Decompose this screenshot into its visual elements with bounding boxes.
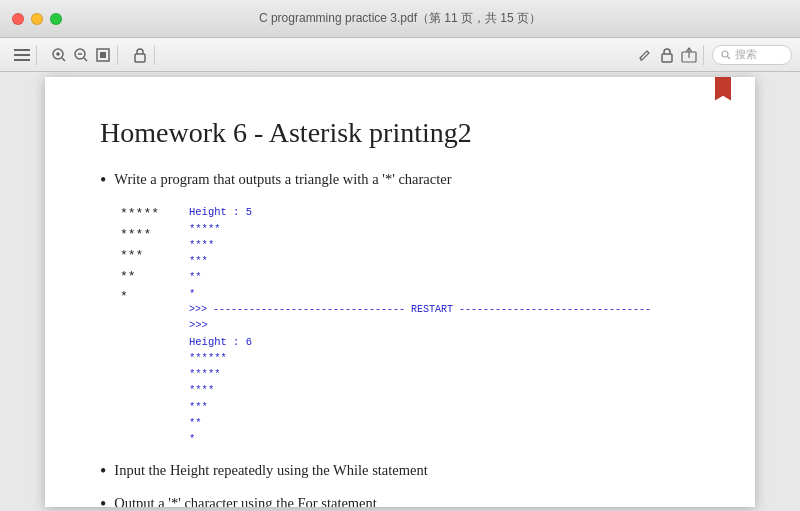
toolbar-right-group	[631, 45, 704, 65]
bullet-2-text: Input the Height repeatedly using the Wh…	[114, 462, 427, 479]
search-icon	[721, 50, 731, 60]
minimize-button[interactable]	[31, 13, 43, 25]
terminal-output: Height : 5 ***** **** *** ** * >>> -----…	[189, 204, 651, 447]
terminal-line-1: Height : 5	[189, 204, 651, 220]
terminal-stars-6: ******	[189, 350, 651, 366]
bookmark-icon	[715, 77, 731, 101]
zoom-out-icon[interactable]	[71, 45, 91, 65]
svg-line-6	[62, 58, 65, 61]
bullet-dot-1: •	[100, 171, 106, 191]
sidebar-toggle-icon[interactable]	[12, 45, 32, 65]
pdf-viewer: Homework 6 - Asterisk printing2 • Write …	[0, 72, 800, 511]
asterisk-line-3: ***	[120, 246, 159, 267]
terminal-height2: Height : 6	[189, 334, 651, 350]
terminal-stars-1: *	[189, 431, 651, 447]
actual-size-icon[interactable]	[93, 45, 113, 65]
terminal-prompt: >>>	[189, 317, 651, 333]
window-title: C programming practice 3.pdf（第 11 页，共 15…	[259, 10, 541, 27]
terminal-line-4: ***	[189, 253, 651, 269]
maximize-button[interactable]	[50, 13, 62, 25]
toolbar: 搜索	[0, 38, 800, 72]
page-title: Homework 6 - Asterisk printing2	[100, 117, 700, 149]
asterisk-line-4: **	[120, 267, 159, 288]
asterisk-output: ***** **** *** ** *	[120, 204, 159, 308]
code-section: ***** **** *** ** * Height : 5 ***** ***…	[120, 204, 700, 447]
bullet-2: • Input the Height repeatedly using the …	[100, 462, 700, 482]
lock-icon[interactable]	[130, 45, 150, 65]
pencil-icon[interactable]	[635, 45, 655, 65]
bullet-dot-2: •	[100, 462, 106, 482]
toolbar-zoom-group	[45, 45, 118, 65]
asterisk-line-1: *****	[120, 204, 159, 225]
titlebar: C programming practice 3.pdf（第 11 页，共 15…	[0, 0, 800, 38]
svg-rect-1	[14, 54, 30, 56]
terminal-stars-3: ***	[189, 399, 651, 415]
svg-rect-12	[135, 54, 145, 62]
pdf-page: Homework 6 - Asterisk printing2 • Write …	[45, 77, 755, 507]
bullet-3-text: Output a '*' character using the For sta…	[114, 495, 377, 506]
bullet-1: • Write a program that outputs a triangl…	[100, 171, 700, 191]
toolbar-nav-group	[8, 45, 37, 65]
lock2-icon[interactable]	[657, 45, 677, 65]
svg-rect-2	[14, 59, 30, 61]
bullet-1-text: Write a program that outputs a triangle …	[114, 171, 451, 188]
close-button[interactable]	[12, 13, 24, 25]
zoom-in-icon[interactable]	[49, 45, 69, 65]
asterisk-line-5: *	[120, 287, 159, 308]
svg-point-17	[722, 51, 728, 57]
window-controls	[12, 13, 62, 25]
terminal-stars-4: ****	[189, 382, 651, 398]
share-icon[interactable]	[679, 45, 699, 65]
search-placeholder: 搜索	[735, 47, 757, 62]
svg-rect-14	[662, 54, 672, 62]
svg-rect-0	[14, 49, 30, 51]
bullet-3: • Output a '*' character using the For s…	[100, 495, 700, 506]
search-box[interactable]: 搜索	[712, 45, 792, 65]
terminal-line-2: *****	[189, 221, 651, 237]
terminal-stars-2: **	[189, 415, 651, 431]
terminal-line-5: **	[189, 269, 651, 285]
svg-rect-11	[100, 52, 106, 58]
svg-line-18	[728, 56, 731, 59]
svg-line-9	[84, 58, 87, 61]
terminal-line-3: ****	[189, 237, 651, 253]
bullet-dot-3: •	[100, 495, 106, 506]
terminal-stars-5: *****	[189, 366, 651, 382]
terminal-restart-line: >>> -------------------------------- RES…	[189, 302, 651, 318]
toolbar-lock-group	[126, 45, 155, 65]
asterisk-line-2: ****	[120, 225, 159, 246]
terminal-line-6: *	[189, 286, 651, 302]
bottom-bullets: • Input the Height repeatedly using the …	[100, 462, 700, 507]
